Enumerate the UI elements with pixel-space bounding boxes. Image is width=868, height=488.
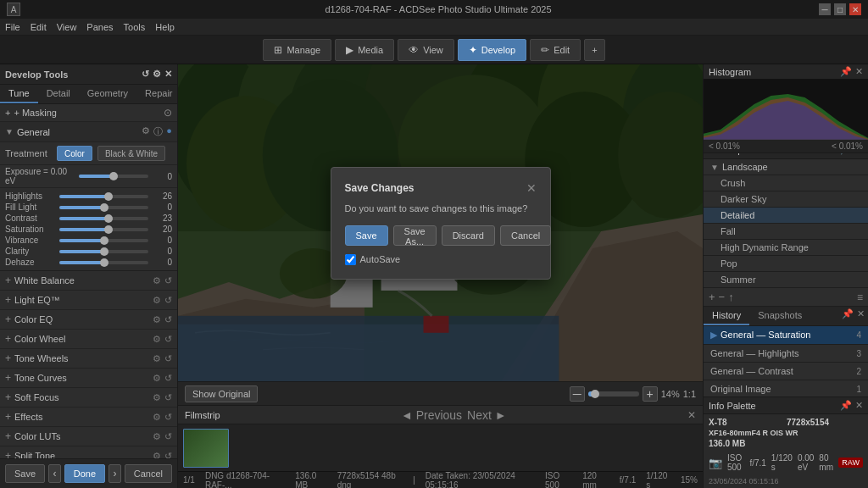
treatment-bw-btn[interactable]: Black & White <box>97 146 165 161</box>
eff-settings-icon[interactable]: ⚙ <box>153 412 161 423</box>
mode-view[interactable]: 👁 View <box>398 39 454 61</box>
preset-scroll-icon[interactable]: ≡ <box>857 291 863 303</box>
tool-tone-wheels[interactable]: +Tone Wheels ⚙↺ <box>0 349 177 369</box>
leq-reset-icon[interactable]: ↺ <box>164 295 172 306</box>
history-pin-icon[interactable]: 📌 <box>842 308 854 324</box>
mode-manage[interactable]: ⊞ Manage <box>263 39 331 61</box>
dialog-save-as-button[interactable]: Save As... <box>393 225 437 246</box>
cw-settings-icon[interactable]: ⚙ <box>153 334 161 345</box>
dialog-discard-button[interactable]: Discard <box>442 225 495 246</box>
preset-delete-icon[interactable]: − <box>719 291 726 303</box>
history-item-contrast[interactable]: General — Contrast 2 <box>704 363 868 380</box>
close-button[interactable]: ✕ <box>849 3 861 15</box>
info-close-icon[interactable]: ✕ <box>855 400 863 411</box>
done-button[interactable]: Done <box>64 464 105 483</box>
wb-reset-icon[interactable]: ↺ <box>164 275 172 286</box>
maximize-button[interactable]: □ <box>834 3 846 15</box>
tab-detail[interactable]: Detail <box>38 85 79 103</box>
tool-light-eq[interactable]: +Light EQ™ ⚙↺ <box>0 291 177 310</box>
menu-panes[interactable]: Panes <box>86 22 113 32</box>
mode-more[interactable]: + <box>584 39 604 61</box>
tool-white-balance[interactable]: +White Balance ⚙↺ <box>0 271 177 291</box>
dialog-cancel-button[interactable]: Cancel <box>500 225 551 246</box>
menu-view[interactable]: View <box>57 22 77 32</box>
preset-detailed[interactable]: Detailed <box>704 208 868 224</box>
refresh-icon[interactable]: ↺ <box>142 69 149 80</box>
autosave-checkbox[interactable] <box>345 254 356 265</box>
hist-close-icon[interactable]: ✕ <box>855 66 863 77</box>
saturation-slider[interactable] <box>59 228 148 231</box>
settings-icon[interactable]: ⚙ <box>153 69 161 80</box>
save-button[interactable]: Save <box>5 464 45 483</box>
general-section-header[interactable]: ▼ General ⚙ ⓘ ● <box>0 122 177 142</box>
ceq-settings-icon[interactable]: ⚙ <box>153 314 161 325</box>
history-item-highlights[interactable]: General — Highlights 3 <box>704 345 868 363</box>
tool-soft-focus[interactable]: +Soft Focus ⚙↺ <box>0 388 177 408</box>
st-reset-icon[interactable]: ↺ <box>164 451 172 459</box>
vibrance-slider[interactable] <box>59 239 148 242</box>
highlights-slider[interactable] <box>59 195 148 198</box>
filmstrip-close-icon[interactable]: ✕ <box>687 409 696 421</box>
zoom-out-button[interactable]: ─ <box>570 386 585 402</box>
tool-color-eq[interactable]: +Color EQ ⚙↺ <box>0 310 177 330</box>
lut-settings-icon[interactable]: ⚙ <box>153 431 161 442</box>
leq-settings-icon[interactable]: ⚙ <box>153 295 161 306</box>
preset-fall[interactable]: Fall <box>704 224 868 240</box>
tab-repair[interactable]: Repair <box>136 85 178 103</box>
history-close-icon[interactable]: ✕ <box>857 308 865 324</box>
general-settings-icon[interactable]: ⚙ <box>142 125 150 138</box>
tw-settings-icon[interactable]: ⚙ <box>153 353 161 364</box>
fill-light-slider[interactable] <box>59 206 148 209</box>
tool-split-tone[interactable]: +Split Tone ⚙↺ <box>0 446 177 458</box>
ceq-reset-icon[interactable]: ↺ <box>164 314 172 325</box>
history-item-original[interactable]: Original Image 1 <box>704 380 868 396</box>
zoom-in-button[interactable]: + <box>643 386 658 402</box>
cw-reset-icon[interactable]: ↺ <box>164 334 172 345</box>
tab-snapshots[interactable]: Snapshots <box>749 307 810 325</box>
wb-settings-icon[interactable]: ⚙ <box>153 275 161 286</box>
tool-effects[interactable]: +Effects ⚙↺ <box>0 408 177 427</box>
tool-color-wheel[interactable]: +Color Wheel ⚙↺ <box>0 330 177 349</box>
exposure-slider[interactable] <box>79 175 149 178</box>
preset-hdr[interactable]: High Dynamic Range <box>704 240 868 256</box>
prev-button[interactable]: ‹ <box>48 464 61 483</box>
tw-reset-icon[interactable]: ↺ <box>164 353 172 364</box>
eff-reset-icon[interactable]: ↺ <box>164 412 172 423</box>
history-item-saturation[interactable]: ▶General — Saturation 4 <box>704 326 868 345</box>
prev-nav-arrow[interactable]: ◄ Previous <box>401 408 462 422</box>
preset-darker-sky[interactable]: Darker Sky <box>704 191 868 208</box>
mode-develop[interactable]: ✦ Develop <box>458 39 526 61</box>
zoom-slider[interactable] <box>588 391 639 396</box>
show-original-button[interactable]: Show Original <box>185 385 258 402</box>
clarity-slider[interactable] <box>59 250 148 253</box>
menu-file[interactable]: File <box>5 22 20 32</box>
dialog-close-icon[interactable]: ✕ <box>526 181 537 195</box>
film-thumb-1[interactable] <box>183 429 229 468</box>
tool-tone-curves[interactable]: +Tone Curves ⚙↺ <box>0 369 177 388</box>
preset-pop[interactable]: Pop <box>704 256 868 272</box>
mode-media[interactable]: ▶ Media <box>335 39 394 61</box>
hist-pin-icon[interactable]: 📌 <box>840 66 852 77</box>
preset-crush[interactable]: Crush <box>704 175 868 191</box>
menu-tools[interactable]: Tools <box>124 22 146 32</box>
preset-summer[interactable]: Summer <box>704 272 868 288</box>
tab-geometry[interactable]: Geometry <box>79 85 136 103</box>
tc-settings-icon[interactable]: ⚙ <box>153 373 161 384</box>
menu-edit[interactable]: Edit <box>31 22 47 32</box>
tc-reset-icon[interactable]: ↺ <box>164 373 172 384</box>
st-settings-icon[interactable]: ⚙ <box>153 451 161 459</box>
preset-landscape-category[interactable]: ▼ Landscape <box>704 159 868 175</box>
tab-tune[interactable]: Tune <box>0 85 38 103</box>
preset-share-icon[interactable]: ↑ <box>728 291 734 303</box>
next-nav-arrow[interactable]: Next ► <box>467 408 507 422</box>
tab-history[interactable]: History <box>704 307 749 325</box>
dialog-save-button[interactable]: Save <box>345 225 388 246</box>
info-pin-icon[interactable]: 📌 <box>840 400 852 411</box>
lut-reset-icon[interactable]: ↺ <box>164 431 172 442</box>
general-active-icon[interactable]: ● <box>166 125 172 138</box>
treatment-color-btn[interactable]: Color <box>57 146 92 161</box>
sf-settings-icon[interactable]: ⚙ <box>153 392 161 403</box>
next-button[interactable]: › <box>108 464 121 483</box>
sf-reset-icon[interactable]: ↺ <box>164 392 172 403</box>
mode-edit[interactable]: ✏ Edit <box>530 39 581 61</box>
